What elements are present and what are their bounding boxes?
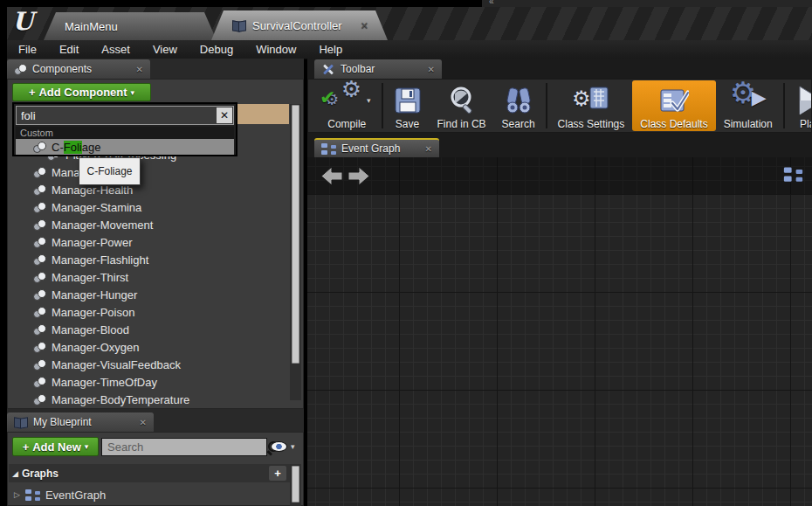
add-new-button[interactable]: + Add New ▾: [12, 437, 99, 456]
play-icon: [795, 83, 812, 118]
close-icon[interactable]: ✕: [136, 65, 143, 74]
menu-item-file[interactable]: File: [7, 40, 48, 59]
menu-item-edit[interactable]: Edit: [48, 40, 90, 59]
section-expander-icon[interactable]: ◢: [12, 469, 18, 478]
menu-item-debug[interactable]: Debug: [189, 40, 244, 59]
components-scrollbar-thumb[interactable]: [292, 105, 299, 364]
compile-icon: ⚙ ⚙ ✔: [323, 83, 361, 118]
tree-row[interactable]: Manager-Power: [9, 233, 290, 251]
tree-row[interactable]: Manager-VisualFeedback: [9, 356, 290, 373]
menu-item-help[interactable]: Help: [307, 40, 354, 59]
tree-row-label: Manager-Power: [52, 236, 133, 249]
check-icon: ✔: [320, 87, 335, 109]
panel-tab-label: Event Graph: [341, 142, 400, 155]
play-button[interactable]: Play: [788, 80, 812, 131]
my-blueprint-scrollbar-thumb[interactable]: [292, 466, 299, 503]
result-match: Foli: [64, 141, 82, 154]
close-icon[interactable]: ✕: [428, 65, 435, 74]
eye-icon: [271, 441, 287, 452]
navigate-forward-button[interactable]: [348, 165, 371, 191]
search-button[interactable]: Search: [494, 80, 543, 131]
close-icon[interactable]: ✕: [425, 144, 432, 154]
class-defaults-button[interactable]: Class Defaults: [632, 80, 715, 131]
clear-search-button[interactable]: ✕: [217, 107, 232, 123]
tree-row[interactable]: Manager-Oxygen: [9, 338, 290, 356]
menu-item-window[interactable]: Window: [244, 40, 307, 59]
result-text: C-Foliage: [52, 141, 100, 154]
event-graph-canvas[interactable]: [307, 157, 812, 506]
chevron-down-icon[interactable]: ▾: [367, 96, 371, 105]
tree-row[interactable]: Manager-Movement: [9, 216, 290, 233]
component-search-input[interactable]: [17, 109, 217, 122]
doc-tab-mainmenu[interactable]: MainMenu: [44, 12, 217, 40]
my-blueprint-search-input[interactable]: [102, 440, 266, 454]
graphs-section-label: Graphs: [22, 468, 58, 480]
class-settings-icon: ⚙: [572, 83, 610, 118]
tree-row-label: Manager-Movement: [52, 218, 153, 232]
add-new-label: Add New: [32, 440, 81, 454]
tree-row-label: Manager-Oxygen: [52, 341, 139, 354]
doc-tab-survivalcontroller[interactable]: SurvivalController ✕: [211, 10, 388, 40]
dropdown-category-label: Custom: [16, 127, 234, 139]
simulation-button[interactable]: ⚙ ▶ Simulation: [716, 80, 781, 131]
tree-row[interactable]: Manager-Poison: [9, 303, 290, 321]
component-icon: [33, 219, 46, 231]
tree-row[interactable]: Manager-Health: [9, 181, 290, 198]
tree-row[interactable]: Manager-Hunger: [9, 286, 290, 303]
menu-item-view[interactable]: View: [141, 40, 189, 59]
component-icon: [14, 64, 27, 75]
tab-my-blueprint[interactable]: My Blueprint ✕: [7, 412, 154, 432]
tree-row-label: Manager-VisualFeedback: [52, 358, 181, 371]
tree-row-label: Manager-Poison: [52, 306, 134, 319]
compile-button[interactable]: ⚙ ⚙ ✔ ▾ Compile: [315, 80, 379, 131]
save-icon: [394, 83, 422, 118]
close-icon[interactable]: ✕: [361, 20, 368, 31]
result-suffix: age: [82, 141, 101, 154]
my-blueprint-search-field[interactable]: [101, 438, 267, 456]
save-button[interactable]: Save: [386, 80, 430, 131]
toolbar-button-label: Search: [502, 118, 535, 130]
visibility-filter-button[interactable]: ▾: [271, 441, 295, 452]
graph-icon: [784, 167, 802, 181]
toolbar-button-label: Save: [396, 118, 419, 130]
toolbar-separator: [783, 83, 785, 128]
class-settings-button[interactable]: ⚙ Class Settings: [550, 80, 633, 131]
tree-row[interactable]: Manager-Thirst: [9, 268, 290, 286]
add-graph-button[interactable]: +: [269, 466, 286, 481]
tree-row[interactable]: Manager-BodyTemperature: [9, 391, 290, 408]
component-search-field[interactable]: ✕: [16, 106, 234, 125]
tree-row[interactable]: Manager-Blood: [9, 321, 290, 338]
dropdown-result-c-foliage[interactable]: C-Foliage: [16, 139, 234, 155]
add-component-dropdown: ✕ Custom C-Foliage: [12, 102, 237, 156]
component-icon: [33, 202, 46, 213]
find-in-cb-button[interactable]: Find in CB: [430, 80, 494, 131]
row-expander-icon[interactable]: ▷: [14, 490, 20, 499]
magnifier-icon: [447, 83, 477, 118]
toolbar-button-label: Find in CB: [437, 118, 486, 130]
tab-event-graph[interactable]: Event Graph ✕: [314, 138, 439, 157]
tree-row[interactable]: Manager-Flashlight: [9, 251, 290, 268]
component-icon: [33, 237, 46, 248]
list-item-eventgraph[interactable]: ▷ EventGraph: [9, 486, 290, 503]
tree-row[interactable]: Manager-Stamina: [9, 198, 290, 216]
canvas-top-strip: [307, 157, 812, 194]
tree-row-label: Manager-Hunger: [52, 288, 137, 302]
close-icon[interactable]: ✕: [140, 418, 147, 427]
component-icon: [33, 342, 46, 353]
toolbar-separator: [382, 83, 383, 128]
components-scrollbar-track[interactable]: [290, 104, 301, 400]
simulation-icon: ⚙ ▶: [728, 83, 768, 118]
component-icon: [33, 324, 46, 336]
navigate-back-button[interactable]: [320, 165, 343, 191]
graphs-section-header[interactable]: ◢ Graphs +: [9, 464, 290, 482]
menu-item-asset[interactable]: Asset: [90, 40, 141, 59]
tab-components[interactable]: Components ✕: [7, 59, 150, 79]
add-component-button[interactable]: + Add Component ▾: [12, 83, 151, 101]
result-prefix: C-: [52, 141, 64, 154]
tree-row[interactable]: Manager-: [9, 163, 290, 181]
collapse-icon: «: [489, 0, 494, 6]
tree-row[interactable]: Manager-TimeOfDay: [9, 373, 290, 391]
tab-toolbar[interactable]: Toolbar ✕: [314, 59, 442, 79]
my-blueprint-scrollbar-track[interactable]: [290, 464, 301, 506]
panel-tab-label: My Blueprint: [33, 416, 92, 428]
